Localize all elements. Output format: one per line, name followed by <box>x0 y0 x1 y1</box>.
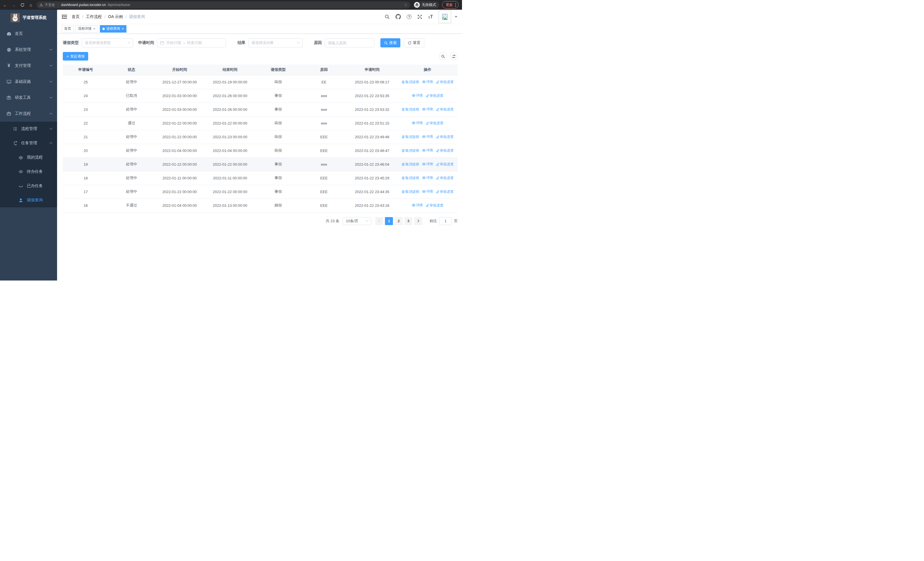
jump-page-input[interactable] <box>439 217 452 225</box>
detail-link[interactable]: 详情 <box>412 120 423 125</box>
reset-button[interactable]: 重置 <box>404 38 424 47</box>
font-size-icon[interactable]: TT <box>428 14 433 20</box>
next-page-button[interactable] <box>414 217 422 225</box>
sidebar-item-infra[interactable]: 基础设施 <box>0 74 57 90</box>
detail-link[interactable]: 详情 <box>422 162 433 167</box>
cancel-link[interactable]: 取消请假 <box>402 148 419 153</box>
apply-time-range-picker[interactable]: 开始日期 - 结束日期 <box>157 38 226 47</box>
update-button[interactable]: 更新 <box>442 1 459 9</box>
prev-page-button[interactable] <box>375 217 383 225</box>
page-size-select[interactable]: 10条/页 <box>343 217 371 225</box>
incognito-label: 无痕模式 <box>422 3 436 8</box>
search-button[interactable]: 搜索 <box>380 38 400 47</box>
progress-link[interactable]: 审批进度 <box>436 190 454 194</box>
url-bar[interactable]: 不安全 dashboard.yudao.iocoder.cn/bpm/oa/le… <box>36 2 410 9</box>
sidebar-item-system[interactable]: 系统管理 <box>0 42 57 58</box>
sidebar-item-workflow[interactable]: 工作流程 <box>0 106 57 122</box>
forward-icon[interactable]: → <box>11 2 16 8</box>
detail-link[interactable]: 详情 <box>412 203 423 208</box>
cancel-link[interactable]: 取消请假 <box>402 80 419 84</box>
breadcrumb-item[interactable]: OA 示例 <box>108 14 123 20</box>
progress-link[interactable]: 审批进度 <box>426 121 444 126</box>
show-search-button[interactable] <box>439 52 447 60</box>
chevron-down-icon <box>50 80 52 82</box>
refresh-table-button[interactable] <box>450 52 458 60</box>
fullscreen-icon[interactable] <box>417 14 422 20</box>
cell-start: 2022-01-22 00:00:00 <box>154 116 205 130</box>
sidebar-item-done-tasks[interactable]: 已办任务 <box>0 179 57 193</box>
detail-link[interactable]: 详情 <box>422 80 433 84</box>
search-icon[interactable] <box>385 14 390 20</box>
sidebar-item-home[interactable]: 首页 <box>0 26 57 42</box>
avatar[interactable] <box>439 11 451 23</box>
progress-link[interactable]: 审批进度 <box>436 148 454 153</box>
leave-type-select[interactable]: 请选择请假类型 <box>82 38 133 47</box>
cell-reason: EEE <box>301 171 347 185</box>
app-logo[interactable]: 芋道管理系统 <box>0 10 57 26</box>
bookmark-star-icon[interactable]: ☆ <box>404 3 408 7</box>
pager: 1 2 3 <box>375 217 422 225</box>
tab-home[interactable]: 首页 <box>62 25 74 33</box>
detail-link[interactable]: 详情 <box>422 134 433 139</box>
caret-down-icon[interactable] <box>454 16 458 18</box>
detail-link[interactable]: 详情 <box>422 107 433 112</box>
cell-actions: 取消请假详情审批进度 <box>397 144 458 157</box>
page-button-1[interactable]: 1 <box>385 217 393 225</box>
progress-link[interactable]: 审批进度 <box>436 162 454 167</box>
sidebar-item-my-process[interactable]: 我的流程 <box>0 150 57 164</box>
detail-link[interactable]: 详情 <box>422 189 433 194</box>
cancel-link[interactable]: 取消请假 <box>402 135 419 139</box>
page-button-2[interactable]: 2 <box>394 217 403 225</box>
col-start-time: 开始时间 <box>154 65 205 75</box>
sidebar-item-label: 请假查询 <box>27 198 52 203</box>
chevron-up-icon <box>50 113 52 116</box>
progress-link[interactable]: 审批进度 <box>436 80 454 84</box>
breadcrumb-item[interactable]: 工作流程 <box>86 14 102 20</box>
progress-link[interactable]: 审批进度 <box>436 176 454 180</box>
page-button-3[interactable]: 3 <box>404 217 412 225</box>
list-icon <box>12 127 18 131</box>
sidebar-item-devtools[interactable]: 研发工具 <box>0 90 57 106</box>
reload-icon[interactable] <box>20 2 25 8</box>
eye-closed-icon <box>18 183 23 188</box>
result-select[interactable]: 请选择流结果 <box>248 38 303 47</box>
cancel-link[interactable]: 取消请假 <box>402 190 419 194</box>
sidebar-item-process-mgmt[interactable]: 流程管理 <box>0 122 57 136</box>
back-icon[interactable]: ← <box>2 2 8 8</box>
cell-start: 2022-01-04 00:00:00 <box>154 199 205 212</box>
help-icon[interactable]: ? <box>406 14 411 19</box>
sidebar-item-pay[interactable]: ¥ 支付管理 <box>0 58 57 74</box>
close-icon[interactable]: × <box>93 27 96 30</box>
reason-input[interactable] <box>328 41 371 45</box>
browser-menu-icon[interactable] <box>455 3 456 7</box>
cancel-link[interactable]: 取消请假 <box>402 107 419 112</box>
dashboard-icon <box>6 32 11 36</box>
cell-status: 通过 <box>109 116 154 130</box>
breadcrumb-item[interactable]: 首页 <box>72 14 80 20</box>
github-icon[interactable] <box>396 14 401 20</box>
create-leave-button[interactable]: + 发起请假 <box>63 52 88 60</box>
sidebar-item-leave-query[interactable]: 请假查询 <box>0 193 57 208</box>
close-icon[interactable]: × <box>122 27 124 30</box>
col-apply-time: 申请时间 <box>347 65 398 75</box>
tab-leave-query[interactable]: 请假查询 × <box>100 25 127 33</box>
tab-process-detail[interactable]: 流程详情 × <box>75 25 98 33</box>
progress-link[interactable]: 审批进度 <box>426 203 444 208</box>
cell-id: 16 <box>63 199 109 212</box>
home-icon[interactable]: ⌂ <box>28 2 34 8</box>
cancel-link[interactable]: 取消请假 <box>402 176 419 180</box>
detail-link[interactable]: 详情 <box>412 93 423 98</box>
sidebar-fold-icon[interactable] <box>62 15 67 19</box>
cell-start: 2022-01-11 00:00:00 <box>154 171 205 185</box>
progress-link[interactable]: 审批进度 <box>436 107 454 112</box>
progress-link[interactable]: 审批进度 <box>426 93 444 98</box>
cell-start: 2022-01-22 00:00:00 <box>154 157 205 171</box>
table-row: 25处理中2021-12-27 00:00:002022-01-19 00:00… <box>63 75 458 89</box>
sidebar-item-task-mgmt[interactable]: 任务管理 <box>0 136 57 150</box>
detail-link[interactable]: 详情 <box>422 148 433 153</box>
cancel-link[interactable]: 取消请假 <box>402 162 419 167</box>
progress-link[interactable]: 审批进度 <box>436 135 454 139</box>
detail-link[interactable]: 详情 <box>422 175 433 180</box>
yen-icon: ¥ <box>6 63 11 69</box>
sidebar-item-todo-tasks[interactable]: 待办任务 <box>0 164 57 179</box>
